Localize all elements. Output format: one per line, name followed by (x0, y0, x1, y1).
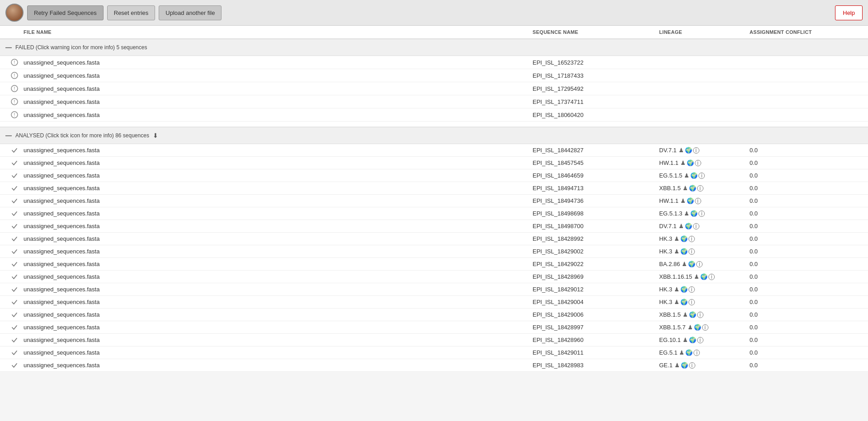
person-icon[interactable]: ♟ (679, 147, 684, 154)
check-icon[interactable] (5, 362, 24, 369)
lineage-text: HW.1.1 (659, 197, 679, 204)
cell-filename: unassigned_sequences.fasta (24, 273, 533, 280)
cell-conflict: 0.0 (750, 248, 863, 255)
warning-icon[interactable]: ! (5, 59, 24, 66)
warning-icon[interactable]: ! (5, 111, 24, 118)
info-icon[interactable]: i (689, 236, 695, 242)
person-icon[interactable]: ♟ (674, 235, 679, 242)
warning-icon[interactable]: ! (5, 85, 24, 92)
globe-icon[interactable]: 🌍 (681, 362, 688, 369)
info-icon[interactable]: i (689, 286, 695, 293)
globe-icon[interactable]: 🌍 (685, 349, 693, 356)
globe-icon[interactable]: 🌍 (690, 172, 698, 179)
retry-failed-button[interactable]: Retry Failed Sequences (27, 5, 104, 20)
check-icon[interactable] (5, 160, 24, 166)
help-button[interactable]: Help (835, 5, 863, 20)
globe-icon[interactable]: 🌍 (685, 147, 692, 154)
globe-icon[interactable]: 🌍 (680, 299, 688, 305)
col-header-lineage: Lineage (659, 29, 750, 35)
globe-icon[interactable]: 🌍 (688, 261, 695, 267)
person-icon[interactable]: ♟ (674, 286, 679, 293)
info-icon[interactable]: i (693, 147, 699, 154)
globe-icon[interactable]: 🌍 (689, 311, 696, 318)
info-icon[interactable]: i (689, 362, 695, 369)
globe-icon[interactable]: 🌍 (685, 223, 692, 229)
analysed-collapse-icon[interactable]: — (5, 132, 12, 139)
check-icon[interactable] (5, 286, 24, 293)
check-icon[interactable] (5, 299, 24, 305)
table-row: unassigned_sequences.fasta EPI_ISL_18429… (0, 283, 868, 296)
person-icon[interactable]: ♟ (680, 159, 686, 166)
person-icon[interactable]: ♟ (684, 172, 689, 179)
info-icon[interactable]: i (697, 312, 703, 318)
check-icon[interactable] (5, 210, 24, 217)
person-icon[interactable]: ♟ (683, 337, 688, 343)
info-icon[interactable]: i (695, 160, 701, 166)
cell-seqname: EPI_ISL_18429004 (533, 299, 659, 305)
check-icon[interactable] (5, 274, 24, 280)
person-icon[interactable]: ♟ (675, 362, 680, 369)
person-icon[interactable]: ♟ (683, 311, 688, 318)
globe-icon[interactable]: 🌍 (680, 235, 688, 242)
person-icon[interactable]: ♟ (674, 299, 679, 305)
check-icon[interactable] (5, 185, 24, 192)
check-icon[interactable] (5, 324, 24, 331)
check-icon[interactable] (5, 350, 24, 356)
info-icon[interactable]: i (708, 274, 715, 280)
check-icon[interactable] (5, 173, 24, 179)
person-icon[interactable]: ♟ (679, 223, 684, 229)
cell-filename: unassigned_sequences.fasta (24, 98, 533, 105)
globe-icon[interactable]: 🌍 (689, 337, 696, 343)
person-icon[interactable]: ♟ (682, 261, 687, 267)
info-icon[interactable]: i (697, 185, 703, 192)
info-icon[interactable]: i (695, 198, 701, 204)
check-icon[interactable] (5, 236, 24, 242)
table-row: unassigned_sequences.fasta EPI_ISL_18428… (0, 233, 868, 245)
person-icon[interactable]: ♟ (680, 197, 686, 204)
cell-conflict: 0.0 (750, 172, 863, 179)
check-icon[interactable] (5, 248, 24, 255)
info-icon[interactable]: i (697, 337, 703, 343)
person-icon[interactable]: ♟ (688, 324, 693, 331)
table-row: unassigned_sequences.fasta EPI_ISL_18494… (0, 182, 868, 195)
globe-icon[interactable]: 🌍 (680, 286, 688, 293)
check-icon[interactable] (5, 312, 24, 318)
info-icon[interactable]: i (689, 248, 695, 255)
warning-icon[interactable]: ! (5, 72, 24, 79)
info-icon[interactable]: i (696, 261, 703, 267)
info-icon[interactable]: i (698, 210, 705, 217)
person-icon[interactable]: ♟ (679, 349, 684, 356)
check-icon[interactable] (5, 198, 24, 204)
check-icon[interactable] (5, 223, 24, 229)
person-icon[interactable]: ♟ (684, 210, 689, 217)
lineage-icons: ♟ 🌍 i (674, 299, 695, 305)
reset-entries-button[interactable]: Reset entries (107, 5, 156, 20)
cell-seqname: EPI_ISL_18429011 (533, 349, 659, 356)
globe-icon[interactable]: 🌍 (687, 197, 694, 204)
globe-icon[interactable]: 🌍 (689, 185, 696, 192)
warning-icon[interactable]: ! (5, 98, 24, 105)
info-icon[interactable]: i (693, 223, 699, 229)
cell-seqname: EPI_ISL_18060420 (533, 112, 659, 118)
globe-icon[interactable]: 🌍 (700, 273, 708, 280)
check-icon[interactable] (5, 261, 24, 267)
person-icon[interactable]: ♟ (674, 248, 679, 255)
globe-icon[interactable]: 🌍 (694, 324, 701, 331)
person-icon[interactable]: ♟ (683, 185, 688, 192)
info-icon[interactable]: i (702, 324, 708, 331)
info-icon[interactable]: i (689, 299, 695, 305)
globe-icon[interactable]: 🌍 (687, 159, 694, 166)
cell-conflict: 0.0 (750, 197, 863, 204)
table-row: unassigned_sequences.fasta EPI_ISL_18428… (0, 334, 868, 346)
download-icon[interactable]: ⬇ (153, 132, 158, 139)
table-row: ! unassigned_sequences.fasta EPI_ISL_180… (0, 108, 868, 122)
globe-icon[interactable]: 🌍 (690, 210, 698, 217)
check-icon[interactable] (5, 147, 24, 154)
person-icon[interactable]: ♟ (694, 273, 699, 280)
globe-icon[interactable]: 🌍 (680, 248, 688, 255)
failed-collapse-icon[interactable]: — (5, 44, 12, 51)
info-icon[interactable]: i (698, 173, 705, 179)
check-icon[interactable] (5, 337, 24, 343)
info-icon[interactable]: i (693, 350, 700, 356)
upload-another-button[interactable]: Upload another file (159, 5, 222, 20)
